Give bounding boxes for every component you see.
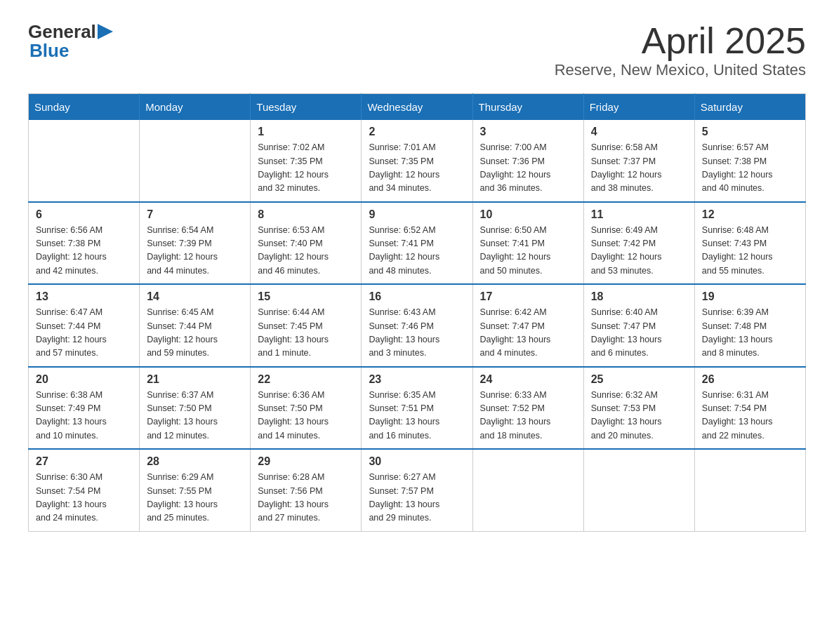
calendar-cell (583, 449, 694, 531)
calendar-cell: 4Sunrise: 6:58 AM Sunset: 7:37 PM Daylig… (583, 120, 694, 202)
day-info: Sunrise: 6:42 AM Sunset: 7:47 PM Dayligh… (480, 306, 576, 361)
day-info: Sunrise: 6:28 AM Sunset: 7:56 PM Dayligh… (258, 471, 354, 525)
calendar-cell: 1Sunrise: 7:02 AM Sunset: 7:35 PM Daylig… (251, 120, 362, 202)
calendar-cell: 29Sunrise: 6:28 AM Sunset: 7:56 PM Dayli… (251, 449, 362, 531)
calendar-cell: 12Sunrise: 6:48 AM Sunset: 7:43 PM Dayli… (694, 202, 805, 285)
title-block: April 2025 Reserve, New Mexico, United S… (555, 21, 806, 79)
calendar-table: SundayMondayTuesdayWednesdayThursdayFrid… (28, 93, 806, 532)
day-info: Sunrise: 6:39 AM Sunset: 7:48 PM Dayligh… (702, 306, 798, 361)
calendar-day-header: Sunday (29, 94, 140, 121)
day-info: Sunrise: 6:44 AM Sunset: 7:45 PM Dayligh… (258, 306, 354, 361)
calendar-cell: 17Sunrise: 6:42 AM Sunset: 7:47 PM Dayli… (472, 284, 583, 367)
day-number: 19 (702, 290, 798, 303)
day-info: Sunrise: 6:56 AM Sunset: 7:38 PM Dayligh… (36, 224, 132, 279)
calendar-cell: 27Sunrise: 6:30 AM Sunset: 7:54 PM Dayli… (29, 449, 140, 531)
calendar-day-header: Saturday (694, 94, 805, 121)
day-number: 13 (36, 290, 132, 303)
page-subtitle: Reserve, New Mexico, United States (555, 61, 806, 79)
calendar-day-header: Wednesday (362, 94, 472, 121)
calendar-cell: 8Sunrise: 6:53 AM Sunset: 7:40 PM Daylig… (251, 202, 362, 285)
calendar-cell: 15Sunrise: 6:44 AM Sunset: 7:45 PM Dayli… (251, 284, 362, 367)
day-number: 22 (258, 373, 354, 386)
calendar-cell: 13Sunrise: 6:47 AM Sunset: 7:44 PM Dayli… (29, 284, 140, 367)
day-number: 15 (258, 290, 354, 303)
page-title: April 2025 (555, 21, 806, 61)
calendar-cell: 24Sunrise: 6:33 AM Sunset: 7:52 PM Dayli… (472, 367, 583, 450)
day-number: 5 (702, 126, 798, 138)
calendar-cell: 21Sunrise: 6:37 AM Sunset: 7:50 PM Dayli… (140, 367, 251, 450)
day-number: 25 (591, 373, 687, 386)
day-number: 16 (369, 290, 465, 303)
calendar-cell: 20Sunrise: 6:38 AM Sunset: 7:49 PM Dayli… (29, 367, 140, 450)
calendar-week-row: 27Sunrise: 6:30 AM Sunset: 7:54 PM Dayli… (29, 449, 806, 531)
calendar-cell: 6Sunrise: 6:56 AM Sunset: 7:38 PM Daylig… (29, 202, 140, 285)
day-info: Sunrise: 7:00 AM Sunset: 7:36 PM Dayligh… (480, 141, 576, 196)
day-info: Sunrise: 7:01 AM Sunset: 7:35 PM Dayligh… (369, 141, 465, 196)
day-number: 8 (258, 208, 354, 221)
calendar-cell: 5Sunrise: 6:57 AM Sunset: 7:38 PM Daylig… (694, 120, 805, 202)
day-number: 27 (36, 455, 132, 468)
day-info: Sunrise: 6:52 AM Sunset: 7:41 PM Dayligh… (369, 224, 465, 279)
calendar-cell: 18Sunrise: 6:40 AM Sunset: 7:47 PM Dayli… (583, 284, 694, 367)
calendar-cell (29, 120, 140, 202)
day-info: Sunrise: 6:31 AM Sunset: 7:54 PM Dayligh… (702, 389, 798, 443)
day-info: Sunrise: 6:33 AM Sunset: 7:52 PM Dayligh… (480, 389, 576, 443)
day-info: Sunrise: 6:50 AM Sunset: 7:41 PM Dayligh… (480, 224, 576, 279)
day-number: 29 (258, 455, 354, 468)
day-number: 30 (369, 455, 465, 468)
day-info: Sunrise: 6:45 AM Sunset: 7:44 PM Dayligh… (147, 306, 243, 361)
calendar-cell (140, 120, 251, 202)
calendar-day-header: Friday (583, 94, 694, 121)
day-number: 28 (147, 455, 243, 468)
calendar-cell: 10Sunrise: 6:50 AM Sunset: 7:41 PM Dayli… (472, 202, 583, 285)
day-number: 6 (36, 208, 132, 221)
day-info: Sunrise: 6:38 AM Sunset: 7:49 PM Dayligh… (36, 389, 132, 443)
day-number: 2 (369, 126, 465, 138)
calendar-cell: 19Sunrise: 6:39 AM Sunset: 7:48 PM Dayli… (694, 284, 805, 367)
calendar-cell: 14Sunrise: 6:45 AM Sunset: 7:44 PM Dayli… (140, 284, 251, 367)
day-info: Sunrise: 6:47 AM Sunset: 7:44 PM Dayligh… (36, 306, 132, 361)
day-number: 26 (702, 373, 798, 386)
calendar-week-row: 20Sunrise: 6:38 AM Sunset: 7:49 PM Dayli… (29, 367, 806, 450)
calendar-cell: 26Sunrise: 6:31 AM Sunset: 7:54 PM Dayli… (694, 367, 805, 450)
day-number: 12 (702, 208, 798, 221)
calendar-cell (694, 449, 805, 531)
day-info: Sunrise: 6:40 AM Sunset: 7:47 PM Dayligh… (591, 306, 687, 361)
day-info: Sunrise: 6:36 AM Sunset: 7:50 PM Dayligh… (258, 389, 354, 443)
calendar-cell: 30Sunrise: 6:27 AM Sunset: 7:57 PM Dayli… (362, 449, 472, 531)
calendar-cell: 16Sunrise: 6:43 AM Sunset: 7:46 PM Dayli… (362, 284, 472, 367)
logo-blue-text: Blue (29, 40, 69, 62)
day-info: Sunrise: 6:29 AM Sunset: 7:55 PM Dayligh… (147, 471, 243, 525)
day-number: 4 (591, 126, 687, 138)
day-info: Sunrise: 6:58 AM Sunset: 7:37 PM Dayligh… (591, 141, 687, 196)
day-info: Sunrise: 6:54 AM Sunset: 7:39 PM Dayligh… (147, 224, 243, 279)
day-number: 11 (591, 208, 687, 221)
day-info: Sunrise: 6:53 AM Sunset: 7:40 PM Dayligh… (258, 224, 354, 279)
day-info: Sunrise: 7:02 AM Sunset: 7:35 PM Dayligh… (258, 141, 354, 196)
day-number: 3 (480, 126, 576, 138)
calendar-cell: 11Sunrise: 6:49 AM Sunset: 7:42 PM Dayli… (583, 202, 694, 285)
calendar-cell: 7Sunrise: 6:54 AM Sunset: 7:39 PM Daylig… (140, 202, 251, 285)
day-number: 24 (480, 373, 576, 386)
calendar-day-header: Thursday (472, 94, 583, 121)
calendar-cell: 9Sunrise: 6:52 AM Sunset: 7:41 PM Daylig… (362, 202, 472, 285)
day-info: Sunrise: 6:48 AM Sunset: 7:43 PM Dayligh… (702, 224, 798, 279)
calendar-week-row: 13Sunrise: 6:47 AM Sunset: 7:44 PM Dayli… (29, 284, 806, 367)
calendar-cell: 25Sunrise: 6:32 AM Sunset: 7:53 PM Dayli… (583, 367, 694, 450)
logo: General Blue (28, 21, 113, 62)
day-number: 1 (258, 126, 354, 138)
calendar-cell: 2Sunrise: 7:01 AM Sunset: 7:35 PM Daylig… (362, 120, 472, 202)
day-info: Sunrise: 6:43 AM Sunset: 7:46 PM Dayligh… (369, 306, 465, 361)
day-number: 18 (591, 290, 687, 303)
day-number: 9 (369, 208, 465, 221)
page-header: General Blue April 2025 Reserve, New Mex… (28, 21, 806, 79)
day-info: Sunrise: 6:37 AM Sunset: 7:50 PM Dayligh… (147, 389, 243, 443)
day-number: 21 (147, 373, 243, 386)
day-number: 7 (147, 208, 243, 221)
logo-triangle-icon (98, 24, 113, 39)
calendar-cell (472, 449, 583, 531)
calendar-week-row: 1Sunrise: 7:02 AM Sunset: 7:35 PM Daylig… (29, 120, 806, 202)
calendar-week-row: 6Sunrise: 6:56 AM Sunset: 7:38 PM Daylig… (29, 202, 806, 285)
day-info: Sunrise: 6:35 AM Sunset: 7:51 PM Dayligh… (369, 389, 465, 443)
day-number: 14 (147, 290, 243, 303)
